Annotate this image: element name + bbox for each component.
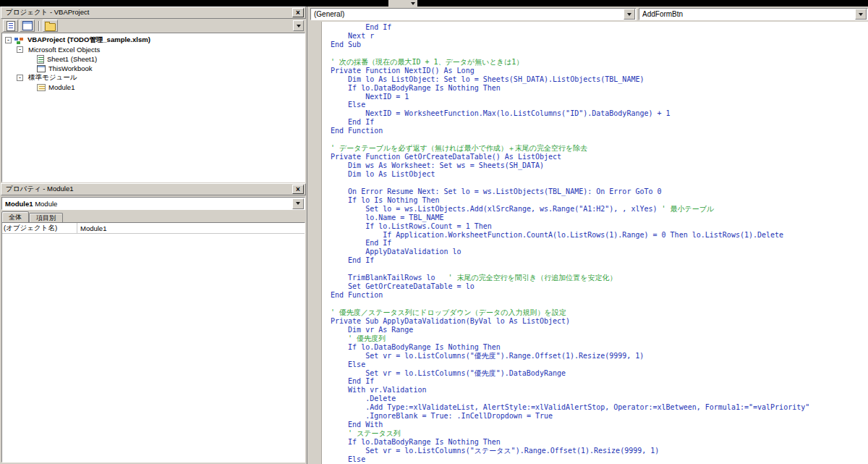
code-line: If lo.DataBodyRange Is Nothing Then [331,438,868,447]
code-line: Dim lo As ListObject: Set lo = Sheets(SH… [331,75,868,84]
code-editor[interactable]: End If Next rEnd Sub ' 次の採番（現在の最大ID + 1、… [308,22,868,464]
workbook-icon [37,65,46,72]
code-line: End If [331,118,868,127]
expander-icon[interactable]: - [17,46,23,53]
properties-object-selector[interactable]: Module1 Module [1,197,305,210]
code-line [331,300,868,308]
object-dropdown[interactable]: (General) [310,8,637,20]
dropdown-arrow-button[interactable] [292,198,304,209]
close-icon[interactable]: × [292,8,304,17]
object-dropdown-value: (General) [311,10,624,18]
code-lines: End If Next rEnd Sub ' 次の採番（現在の最大ID + 1、… [323,23,868,464]
code-line: Set vr = lo.ListColumns("優先度").DataBodyR… [331,369,868,378]
code-line: .Delete [331,395,868,403]
chevron-down-icon [859,13,863,16]
tab-categorized[interactable]: 項目別 [29,213,63,223]
tree-item-label: Microsoft Excel Objects [28,46,100,54]
code-line: Dim lo As ListObject [331,170,868,179]
code-window-header: (General) AddFormBtn [308,7,868,22]
procedure-dropdown[interactable]: AddFormBtn [639,8,868,20]
code-line: ' 次の採番（現在の最大ID + 1、データが無いときは1） [331,58,868,67]
property-row[interactable]: (オブジェクト名)Module1 [2,223,305,234]
sheet-icon [37,55,44,64]
close-icon[interactable]: × [292,185,304,194]
tree-item[interactable]: Sheet1 (Sheet1) [4,54,305,64]
code-pane: (General) AddFormBtn End If Next rEnd Su… [308,7,868,464]
chevron-down-icon [627,13,631,16]
code-line: End Function [331,127,868,135]
code-line: If lo Is Nothing Then [331,196,868,205]
project-tree[interactable]: -VBAProject (TODO管理_sample.xlsm)-Microso… [1,33,305,182]
code-line: ' データテーブルを必ず返す（無ければ最小で作成）＋末尾の完全空行を除去 [331,144,868,153]
code-line: NextID = WorksheetFunction.Max(lo.ListCo… [331,109,868,118]
dropdown-arrow-button[interactable] [855,9,867,20]
code-line: If lo.DataBodyRange Is Nothing Then [331,84,868,93]
expander-icon[interactable]: - [5,37,12,43]
view-object-button[interactable] [20,20,35,32]
toolbar-combobox-fragment [388,0,417,7]
properties-grid[interactable]: (オブジェクト名)Module1 [1,222,305,463]
toggle-folders-button[interactable] [43,20,58,32]
tree-item-label: ThisWorkbook [48,64,93,72]
tab-alphabetic[interactable]: 全体 [1,211,29,223]
chevron-down-icon [297,25,301,28]
code-line: Else [331,360,868,369]
tree-item[interactable]: ThisWorkbook [4,64,305,73]
selected-object-label: Module1 Module [2,200,292,208]
project-panel-titlebar: プロジェクト - VBAProject × [1,7,306,19]
code-line: NextID = 1 [331,93,868,101]
code-line: Next r [331,32,868,41]
code-line: On Error Resume Next: Set lo = ws.ListOb… [331,187,868,196]
code-line: End If [331,239,868,248]
chevron-down-icon [296,202,300,205]
code-line: Set vr = lo.ListColumns("優先度").Range.Off… [331,352,868,360]
code-line: If lo.DataBodyRange Is Nothing Then [331,343,868,352]
code-line: Private Sub ApplyDataValidation(ByVal lo… [331,317,868,326]
view-code-button[interactable] [3,20,18,32]
tree-item[interactable]: -VBAProject (TODO管理_sample.xlsm) [4,35,305,45]
tree-item[interactable]: -Microsoft Excel Objects [4,45,305,54]
properties-tabs: 全体項目別 [1,211,63,223]
tree-item[interactable]: Module1 [4,83,305,92]
code-line: End Function [331,291,868,300]
code-line: If Application.WorksheetFunction.CountA(… [331,231,868,240]
property-value[interactable]: Module1 [77,224,106,232]
code-line: End If [331,256,868,265]
toolbar-overflow-button[interactable] [293,20,304,31]
code-line: ApplyDataValidation lo [331,248,868,256]
toolbar-separator [38,21,39,31]
code-line: ' ステータス列 [331,429,868,438]
vba-editor-window: プロジェクト - VBAProject × -VBAProject (TODO管… [0,0,868,464]
folder-icon [45,23,56,31]
left-dock: プロジェクト - VBAProject × -VBAProject (TODO管… [0,7,307,464]
chevron-down-icon [411,2,415,5]
code-line: ' 優先度／ステータス列にドロップダウン（データの入力規則）を設定 [331,308,868,317]
project-panel-title: プロジェクト - VBAProject [6,8,292,17]
code-line: Dim vr As Range [331,326,868,334]
expander-icon[interactable]: - [17,75,23,81]
code-line: ' 優先度列 [331,334,868,343]
properties-panel-title: プロパティ - Module1 [6,185,292,194]
code-line: End If [331,377,868,386]
top-toolbar-strip [0,0,868,7]
procedure-dropdown-value: AddFormBtn [639,10,855,18]
code-line: .Add Type:=xlValidateList, AlertStyle:=x… [331,403,868,412]
code-line: Private Function NextID() As Long [331,67,868,75]
property-name: (オブジェクト名) [2,223,77,233]
code-line: Dim ws As Worksheet: Set ws = Sheets(SH_… [331,161,868,170]
properties-panel-titlebar: プロパティ - Module1 × [1,183,306,195]
code-line: .IgnoreBlank = True: .InCellDropdown = T… [331,412,868,421]
code-line: Else [331,455,868,464]
code-line [331,49,868,58]
code-line: Set GetOrCreateDataTable = lo [331,282,868,291]
code-line: Private Function GetOrCreateDataTable() … [331,153,868,161]
project-toolbar [1,19,306,33]
code-line [331,135,868,144]
code-line: Set vr = lo.ListColumns("ステータス").Range.O… [331,447,868,455]
view-object-icon [22,21,33,30]
dropdown-arrow-button[interactable] [624,9,635,20]
module-icon [37,84,46,91]
code-line: End With [331,421,868,429]
tree-item[interactable]: -標準モジュール [4,73,305,83]
code-line: With vr.Validation [331,386,868,395]
